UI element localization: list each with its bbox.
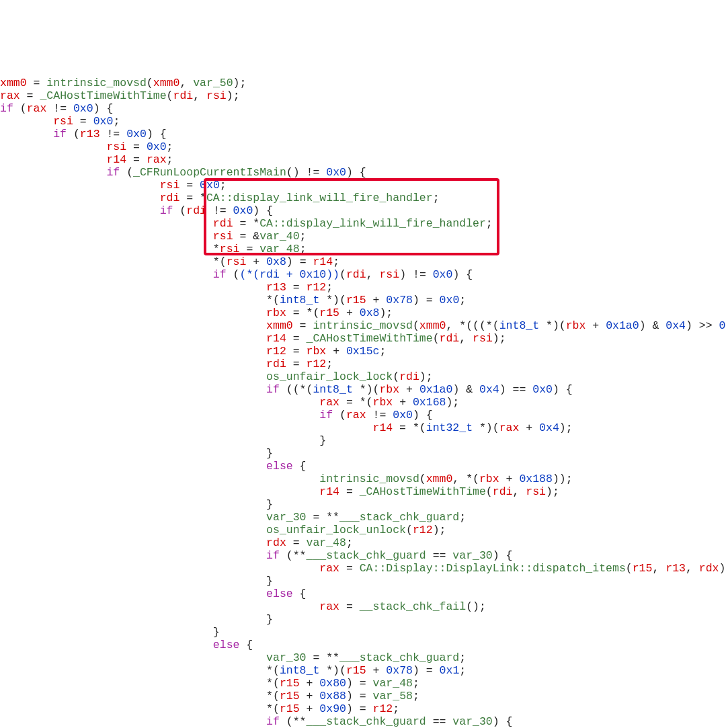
token-var: var_48	[259, 243, 299, 255]
code-line: if (rdi != 0x0) {	[0, 204, 726, 217]
token-p: =	[339, 485, 360, 498]
token-p: ;	[326, 358, 333, 370]
code-line: }	[0, 613, 726, 626]
token-p: );	[546, 485, 559, 498]
token-reg: r13	[80, 128, 100, 140]
token-kw: if	[266, 715, 280, 728]
token-p: =	[286, 358, 307, 370]
code-line: var_30 = **___stack_chk_guard;	[0, 511, 726, 524]
token-reg: rdi	[173, 89, 193, 102]
token-p: (**	[280, 549, 307, 562]
token-p: =	[286, 332, 307, 345]
token-p: ;	[326, 281, 333, 294]
token-reg: xmm0	[153, 77, 180, 89]
token-num: 0x168	[413, 396, 446, 409]
token-kw: if	[0, 102, 13, 115]
token-p: *(	[266, 664, 280, 677]
token-p: ;	[393, 702, 399, 715]
token-p: +	[393, 396, 413, 409]
token-kw: if	[53, 128, 67, 140]
code-line: rsi = 0x0;	[0, 140, 726, 153]
token-p: *)(	[473, 421, 499, 434]
token-reg: rbx	[379, 383, 399, 396]
token-p: ,	[459, 332, 473, 345]
token-kw: if	[319, 409, 333, 421]
token-reg: xmm0	[426, 473, 453, 485]
token-p: =	[27, 77, 47, 89]
token-num: 0x1a0	[606, 319, 639, 332]
token-reg: r14	[106, 153, 126, 166]
token-p: +	[246, 255, 266, 268]
token-p: = *(	[286, 307, 320, 319]
token-p: ;	[346, 536, 353, 549]
token-p: }	[266, 498, 273, 511]
token-num: 0x78	[386, 664, 413, 677]
token-p: =	[126, 140, 147, 153]
code-line: else {	[0, 460, 726, 473]
token-p: ;	[459, 294, 466, 307]
code-line: rax = _CAHostTimeWithTime(rdi, rsi);	[0, 89, 726, 102]
code-line: *(int8_t *)(r15 + 0x78) = 0x0;	[0, 294, 726, 307]
token-var: var_30	[452, 549, 492, 562]
token-p: (	[120, 166, 133, 179]
token-num: 0x78	[386, 294, 413, 307]
token-p: ) {	[452, 268, 473, 281]
token-reg: rdi	[399, 370, 419, 383]
token-p: (	[147, 77, 153, 89]
code-line: *(r15 + 0x80) = var_48;	[0, 677, 726, 690]
token-reg: r12	[373, 702, 393, 715]
token-p: ();	[466, 600, 486, 613]
token-p: +	[399, 383, 419, 396]
code-line: }	[0, 447, 726, 460]
token-p: ,	[512, 485, 526, 498]
token-num: 0x88	[319, 690, 346, 702]
code-line: }	[0, 498, 726, 511]
token-p: +	[300, 677, 320, 690]
token-reg: r12	[307, 358, 327, 370]
token-fn: __stack_chk_fail	[360, 600, 466, 613]
token-num: 0x0	[93, 115, 114, 128]
token-p: (**	[280, 715, 307, 728]
token-p: ) {	[493, 715, 513, 728]
token-reg: xmm0	[266, 319, 293, 332]
token-p: =	[126, 153, 147, 166]
token-p: , *(	[452, 473, 479, 485]
token-p: +	[300, 702, 320, 715]
token-p: ==	[426, 549, 453, 562]
token-reg: r15	[280, 690, 300, 702]
token-p: *(	[213, 255, 227, 268]
token-p: }	[266, 447, 273, 460]
token-p: ) =	[413, 664, 440, 677]
token-reg: rax	[499, 421, 520, 434]
code-line: rsi = 0x0;	[0, 179, 726, 192]
token-p: ,	[366, 268, 380, 281]
token-p: ) =	[346, 677, 373, 690]
token-fn: ___stack_chk_guard	[339, 511, 459, 524]
token-fn: _CAHostTimeWithTime	[40, 89, 166, 102]
token-reg: rsi	[526, 485, 546, 498]
token-p: (	[339, 268, 346, 281]
token-p: = *(	[393, 421, 426, 434]
token-num: 0x8	[266, 255, 286, 268]
code-line: rdi = *CA::display_link_will_fire_handle…	[0, 217, 726, 230]
token-p: (	[406, 524, 413, 536]
token-p: (	[67, 128, 80, 140]
code-line: if (rax != 0x0) {	[0, 409, 726, 421]
token-num: 0x0	[73, 102, 93, 115]
token-kw: else	[213, 639, 240, 651]
token-p: }	[266, 575, 273, 588]
token-p: *(	[266, 677, 280, 690]
token-reg: r13	[266, 281, 286, 294]
token-p: ,	[193, 89, 206, 102]
token-p: );	[433, 524, 446, 536]
token-p: {	[293, 588, 307, 600]
token-p: ) {	[346, 166, 366, 179]
token-var: var_58	[373, 690, 413, 702]
token-p: (	[393, 370, 399, 383]
token-p: ) &	[639, 319, 666, 332]
token-reg: rbx	[373, 396, 393, 409]
token-p: ;	[167, 153, 173, 166]
token-p: );	[419, 370, 433, 383]
token-p: *)(	[539, 319, 566, 332]
token-p: ) {	[253, 204, 273, 217]
